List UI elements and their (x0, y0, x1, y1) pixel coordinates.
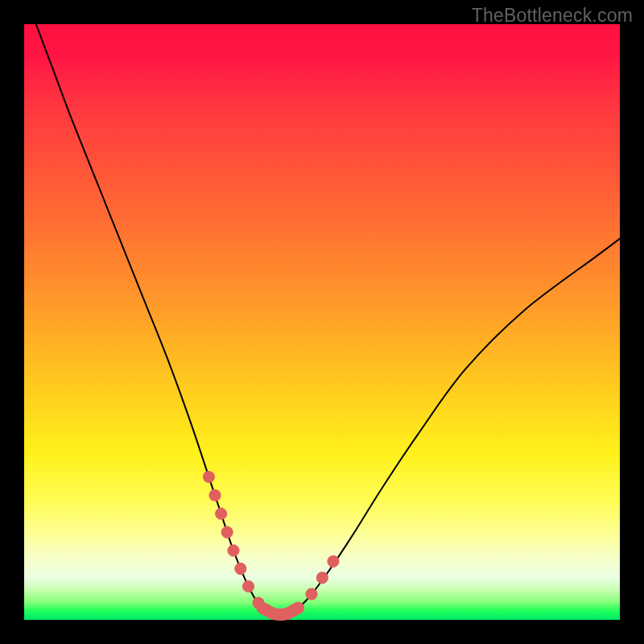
series-bottleneck-curve (36, 24, 620, 615)
watermark-text: TheBottleneck.com (472, 5, 633, 27)
series-highlight-left (208, 477, 262, 608)
series-highlight-right (298, 560, 333, 608)
curve-layer (36, 24, 620, 615)
plot-area (24, 24, 620, 620)
chart-frame: TheBottleneck.com (0, 0, 644, 644)
chart-svg (24, 24, 620, 620)
